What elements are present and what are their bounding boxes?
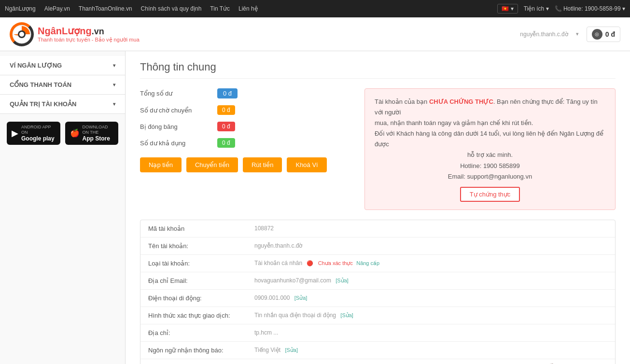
unverified-label: Chưa xác thực	[318, 260, 353, 266]
lang-edit-link[interactable]: [Sửa]	[285, 347, 298, 353]
page-title: Thông tin chung	[140, 61, 616, 79]
warning-line4: hỗ trợ xác minh.	[375, 150, 605, 160]
language-selector[interactable]: 🇻🇳 ▾	[497, 4, 518, 14]
info-val-phone: 0909.001.000 [Sửa]	[254, 294, 607, 301]
header: NgânLượng.vn Thanh toán trực tuyến - Bảo…	[0, 17, 630, 51]
info-key-language: Ngôn ngữ nhận thông báo:	[148, 347, 254, 354]
logo-area: NgânLượng.vn Thanh toán trực tuyến - Bảo…	[10, 22, 520, 46]
chuyen-tien-button[interactable]: Chuyển tiền	[186, 157, 238, 172]
warning-email: Email: support@nganluong.vn	[375, 171, 605, 182]
pending-balance-label: Số dư chờ chuyển	[140, 107, 217, 114]
warning-line1: Tài khoản của bạn CHƯA CHỨNG THỰC. Bạn n…	[375, 97, 605, 118]
email-edit-link[interactable]: [Sửa]	[336, 278, 349, 283]
chevron-down-icon: ▾	[113, 63, 115, 68]
nav-link-nganluong[interactable]: NgânLượng	[5, 5, 36, 12]
nav-link-alepay[interactable]: AlePay.vn	[44, 5, 70, 12]
info-row-auth-method: Hình thức xác thực giao dịch: Tin nhắn q…	[140, 307, 615, 324]
google-play-badge[interactable]: ▶ ANDROID APP ON Google play	[7, 122, 60, 145]
sidebar-item-vi-ngan-luong[interactable]: VÍ NGÂN LƯỢNG ▾	[0, 56, 125, 75]
top-nav: NgânLượng AlePay.vn ThanhToanOnline.vn C…	[0, 0, 630, 17]
info-row-email: Địa chỉ Email: hovaguanhunko7@gmail.com …	[140, 272, 615, 290]
nav-link-tin-tuc[interactable]: Tin Tức	[210, 5, 230, 12]
sidebar-item-cong-thanh-toan[interactable]: CỔNG THANH TOÁN ▾	[0, 75, 125, 95]
upgrade-link[interactable]: Nâng cấp	[356, 260, 379, 266]
info-key-address: Địa chỉ:	[148, 329, 254, 336]
hotline-text: 📞 Hotline: 1900-5858-99 ▾	[555, 5, 625, 12]
info-key-loai-tk: Loại tài khoản:	[148, 260, 254, 267]
available-balance-label: Số dư khả dụng	[140, 140, 217, 147]
khoa-vi-button[interactable]: Khoá Ví	[287, 157, 326, 172]
unverified-icon: 🔴	[307, 260, 313, 266]
apple-icon: 🍎	[70, 128, 80, 138]
warning-highlight: CHƯA CHỨNG THỰC	[429, 98, 493, 105]
flag-icon: 🇻🇳	[502, 5, 509, 12]
tien-ich-button[interactable]: Tiện ích ▾	[524, 5, 549, 12]
warning-box: Tài khoản của bạn CHƯA CHỨNG THỰC. Bạn n…	[364, 88, 616, 210]
total-balance-row: Tổng số dư 0 đ	[140, 88, 350, 98]
info-key-phone: Điện thoại di động:	[148, 294, 254, 302]
top-nav-right: 🇻🇳 ▾ Tiện ích ▾ 📞 Hotline: 1900-5858-99 …	[497, 4, 625, 14]
verify-button[interactable]: Tự chứng thực	[460, 187, 520, 202]
balance-and-actions: Tổng số dư 0 đ Số dư chờ chuyển 0 đ Bị đ…	[140, 88, 350, 220]
available-balance-value: 0 đ	[217, 138, 235, 148]
info-val-address: tp.hcm ...	[254, 329, 607, 336]
balance-section: Tổng số dư 0 đ Số dư chờ chuyển 0 đ Bị đ…	[140, 88, 350, 148]
header-balance: ◎ 0 đ	[587, 27, 620, 42]
info-footer-link[interactable]: 🙍 Thông tin cá nhân	[140, 359, 615, 364]
pending-balance-value: 0 đ	[217, 105, 235, 115]
nav-link-lien-he[interactable]: Liên hệ	[238, 5, 258, 12]
info-val-auth-method: Tin nhắn qua điện thoại di động [Sửa]	[254, 312, 607, 319]
total-balance-label: Tổng số dư	[140, 90, 217, 97]
header-balance-value: 0 đ	[605, 30, 615, 38]
app-store-badge[interactable]: 🍎 DOWNLOAD ON THE App Store	[65, 122, 119, 145]
info-key-email: Địa chỉ Email:	[148, 277, 254, 284]
user-name: nguyễn.thanh.c.đờ	[520, 31, 568, 38]
nap-tien-button[interactable]: Nạp tiền	[140, 157, 182, 172]
info-val-loai-tk: Tài khoản cá nhân 🔴 Chưa xác thực Nâng c…	[254, 260, 607, 266]
sidebar-item-quan-tri[interactable]: QUẢN TRỊ TÀI KHOẢN ▾	[0, 95, 125, 114]
nav-link-thanhtoanonline[interactable]: ThanhToanOnline.vn	[79, 5, 132, 12]
warning-line3: Đối với Khách hàng là công dân dưới 14 t…	[375, 128, 605, 150]
rut-tien-button[interactable]: Rút tiền	[243, 157, 282, 172]
phone-edit-link[interactable]: [Sửa]	[294, 295, 308, 301]
info-row-phone: Điện thoại di động: 0909.001.000 [Sửa]	[140, 290, 615, 307]
logo-tagline: Thanh toán trực tuyến - Bảo vệ người mua	[38, 37, 140, 43]
frozen-balance-value: 0 đ	[217, 122, 235, 131]
frozen-balance-label: Bị đóng băng	[140, 123, 217, 130]
chevron-down-icon: ▾	[113, 101, 115, 107]
top-nav-links: NgânLượng AlePay.vn ThanhToanOnline.vn C…	[5, 5, 497, 12]
info-val-email: hovaguanhunko7@gmail.com [Sửa]	[254, 277, 607, 284]
main-wrapper: VÍ NGÂN LƯỢNG ▾ CỔNG THANH TOÁN ▾ QUẢN T…	[0, 51, 630, 364]
info-val-language: Tiếng Việt [Sửa]	[254, 347, 607, 353]
google-play-icon: ▶	[12, 128, 18, 139]
frozen-balance-row: Bị đóng băng 0 đ	[140, 122, 350, 131]
main-content: Thông tin chung Tổng số dư 0 đ Số dư chờ…	[126, 51, 630, 364]
sidebar-apps: ▶ ANDROID APP ON Google play 🍎 DOWNLOAD …	[0, 114, 125, 153]
logo-text: NgânLượng.vn Thanh toán trực tuyến - Bảo…	[38, 25, 140, 43]
info-key-auth-method: Hình thức xác thực giao dịch:	[148, 312, 254, 319]
info-row-ma-tk: Mã tài khoản 108872	[140, 220, 615, 238]
info-row-address: Địa chỉ: tp.hcm ...	[140, 324, 615, 342]
sidebar: VÍ NGÂN LƯỢNG ▾ CỔNG THANH TOÁN ▾ QUẢN T…	[0, 51, 126, 364]
auth-edit-link[interactable]: [Sửa]	[340, 312, 353, 318]
logo-name: NgânLượng.vn	[38, 25, 140, 37]
info-key-ten-tk: Tên tài khoản:	[148, 242, 254, 250]
info-val-ten-tk: nguyễn.thanh.c.đờ	[254, 242, 607, 249]
wallet-icon: ◎	[592, 29, 602, 40]
middle-section: Tổng số dư 0 đ Số dư chờ chuyển 0 đ Bị đ…	[140, 88, 616, 220]
warning-line2: mua, nhận thanh toán ngay và giảm hạn ch…	[375, 118, 605, 128]
available-balance-row: Số dư khả dụng 0 đ	[140, 138, 350, 148]
header-right: nguyễn.thanh.c.đờ ▾ ◎ 0 đ	[520, 27, 620, 42]
total-balance-value: 0 đ	[217, 88, 238, 98]
info-row-loai-tk: Loại tài khoản: Tài khoản cá nhân 🔴 Chưa…	[140, 255, 615, 272]
logo-icon	[10, 22, 34, 46]
warning-section: Tài khoản của bạn CHƯA CHỨNG THỰC. Bạn n…	[364, 88, 616, 220]
pending-balance-row: Số dư chờ chuyển 0 đ	[140, 105, 350, 115]
warning-hotline: Hotline: 1900 585899	[375, 161, 605, 171]
action-buttons: Nạp tiền Chuyển tiền Rút tiền Khoá Ví	[140, 157, 350, 172]
chevron-down-icon: ▾	[113, 82, 115, 87]
nav-link-chinh-sach[interactable]: Chính sách và quy định	[141, 5, 202, 12]
info-section: Mã tài khoản 108872 Tên tài khoản: nguyễ…	[140, 220, 616, 364]
svg-point-2	[19, 32, 24, 37]
info-key-ma-tk: Mã tài khoản	[148, 225, 254, 232]
